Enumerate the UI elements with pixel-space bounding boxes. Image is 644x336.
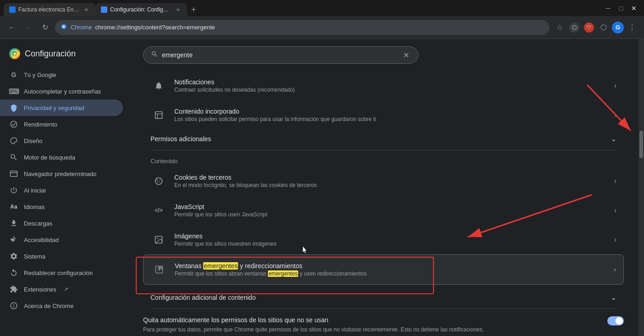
contenido-incorporado-desc: Los sitios pueden solicitar permiso para… (174, 116, 607, 122)
svg-point-10 (155, 178, 162, 185)
sidebar-label-idiomas: Idiomas (24, 204, 45, 210)
permisos-auto-text: Quita automáticamente los permisos de lo… (143, 316, 600, 334)
autocompletar-icon: ⌨ (9, 87, 18, 96)
config-adicional-collapse[interactable]: Configuración adicional de contenido ⌄ (143, 288, 624, 307)
permisos-adicionales-chevron: ⌄ (611, 135, 616, 143)
extension-icon (9, 285, 18, 294)
bookmark-button[interactable]: ☆ (553, 21, 566, 34)
sidebar-item-accesibilidad[interactable]: Accesibilidad (0, 231, 123, 248)
imagenes-item[interactable]: Imágenes Permitir que los sitios muestre… (143, 225, 624, 254)
ventanas-title-highlight: emergentes (203, 262, 238, 270)
cookies-item[interactable]: Cookies de terceros En el modo Incógnito… (143, 166, 624, 196)
search-icon (9, 153, 18, 162)
sidebar-item-motor[interactable]: Motor de búsqueda (0, 149, 123, 165)
sidebar-label-autocompletar: Autocompletar y contraseñas (24, 88, 101, 95)
sidebar-item-rendimiento[interactable]: Rendimiento (0, 116, 123, 132)
sidebar-item-extensiones[interactable]: Extensiones ↗ (0, 281, 123, 297)
address-text: Chrome chrome://settings/content?search=… (71, 24, 544, 31)
cookies-arrow: › (614, 177, 616, 185)
new-tab-button[interactable]: + (187, 3, 200, 16)
tab-1-close[interactable]: ✕ (83, 6, 90, 13)
svg-point-14 (160, 182, 161, 182)
accesibilidad-icon (9, 235, 18, 244)
chrome-brand-label: Chrome (71, 24, 92, 31)
tab-1[interactable]: Factura electronica Enternet - F ✕ (4, 3, 95, 16)
sidebar-item-navegador[interactable]: Navegador predeterminado (0, 165, 123, 182)
sidebar-label-rendimiento: Rendimiento (24, 121, 57, 128)
svg-point-13 (157, 181, 159, 182)
sidebar-label-navegador: Navegador predeterminado (24, 171, 96, 177)
javascript-text: JavaScript Permitir que los sitios usen … (174, 203, 607, 218)
close-button[interactable]: ✕ (631, 6, 637, 11)
notificaciones-item[interactable]: Notificaciones Contraer solicitudes no d… (143, 71, 624, 100)
ventanas-emergentes-arrow: › (614, 265, 616, 274)
search-input[interactable] (162, 51, 398, 59)
scrollbar-thumb[interactable] (639, 131, 643, 158)
sidebar-item-restablecer[interactable]: Restablecer configuración (0, 264, 123, 281)
address-field[interactable]: Chrome chrome://settings/content?search=… (55, 20, 550, 35)
permisos-adicionales-collapse[interactable]: Permisos adicionales ⌄ (143, 130, 624, 148)
sidebar-header: Configuración (0, 43, 128, 66)
sidebar-item-diseno[interactable]: Diseño (0, 132, 123, 149)
contenido-header: Contenido (143, 152, 624, 166)
javascript-title: JavaScript (174, 203, 607, 210)
imagenes-desc: Permitir que los sitios muestren imágene… (174, 241, 607, 247)
sidebar-item-autocompletar[interactable]: ⌨ Autocompletar y contraseñas (0, 83, 123, 99)
main-layout: Configuración G Tú y Google ⌨ Autocomple… (0, 39, 644, 336)
extension-icon-1[interactable]: ⬡ (568, 21, 581, 34)
sidebar-item-al-iniciar[interactable]: Al iniciar (0, 182, 123, 198)
search-icon (151, 50, 158, 60)
minimize-button[interactable]: ─ (605, 6, 611, 11)
window-controls: ─ □ ✕ (605, 6, 640, 11)
tab-bar: Factura electronica Enternet - F ✕ Confi… (4, 0, 605, 16)
scrollbar[interactable] (638, 39, 644, 336)
permisos-auto-title: Quita automáticamente los permisos de lo… (143, 316, 600, 324)
tab-2[interactable]: Configuración: Configuración d ✕ (95, 3, 187, 16)
ventanas-desc-before: Permitir que los sitios abran ventanas (175, 270, 268, 277)
svg-point-6 (13, 237, 15, 238)
sidebar-label-extensiones: Extensiones (24, 286, 56, 293)
search-clear-button[interactable]: ✕ (401, 50, 411, 60)
extensions-puzzle[interactable]: ⬡ (597, 21, 610, 34)
ventanas-title-after: y redireccionamientos (238, 262, 302, 270)
notificaciones-text: Notificaciones Contraer solicitudes no d… (174, 78, 607, 93)
sidebar-item-sistema[interactable]: Sistema (0, 248, 123, 264)
google-icon: G (9, 70, 18, 79)
cookies-title: Cookies de terceros (174, 174, 607, 181)
sidebar: Configuración G Tú y Google ⌨ Autocomple… (0, 39, 128, 336)
javascript-item[interactable]: </> JavaScript Permitir que los sitios u… (143, 196, 624, 225)
forward-button[interactable]: → (22, 21, 35, 34)
diseno-icon (9, 136, 18, 145)
maximize-button[interactable]: □ (618, 6, 624, 11)
settings-content: Notificaciones Contraer solicitudes no d… (128, 71, 638, 336)
javascript-icon: </> (150, 202, 167, 219)
ventanas-title-before: Ventanas (175, 262, 203, 270)
sidebar-label-descargas: Descargas (24, 220, 52, 227)
chrome-menu-button[interactable]: ⋮ (626, 21, 638, 34)
profile-button[interactable]: G (612, 22, 624, 33)
sidebar-item-descargas[interactable]: Descargas (0, 215, 123, 231)
tab-1-favicon (9, 6, 16, 13)
contenido-incorporado-item[interactable]: Contenido incorporado Los sitios pueden … (143, 100, 624, 130)
svg-rect-4 (11, 171, 17, 176)
extension-icon-2[interactable]: 🛡 (583, 21, 595, 34)
ext-icon-1: ⬡ (569, 22, 579, 33)
permisos-auto-toggle[interactable] (607, 316, 624, 325)
tab-2-close[interactable]: ✕ (174, 6, 182, 13)
contenido-incorporado-arrow: › (614, 111, 616, 119)
notificaciones-icon (150, 77, 167, 94)
sidebar-item-acerca[interactable]: Acerca de Chrome (0, 297, 123, 314)
divider-1 (150, 150, 616, 150)
ventanas-emergentes-item[interactable]: Ventanas emergentes y redireccionamiento… (143, 254, 624, 285)
permisos-adicionales-label: Permisos adicionales (150, 135, 211, 143)
config-adicional-label: Configuración adicional de contenido (150, 294, 256, 301)
refresh-button[interactable]: ↻ (39, 21, 51, 34)
sidebar-item-privacidad[interactable]: Privacidad y seguridad (0, 99, 123, 116)
sidebar-label-motor: Motor de búsqueda (24, 154, 75, 161)
sidebar-item-idiomas[interactable]: Aa Idiomas (0, 198, 123, 215)
cookies-desc: En el modo Incógnito, se bloquean las co… (174, 182, 607, 188)
settings-logo (9, 48, 20, 59)
sidebar-item-tu-y-google[interactable]: G Tú y Google (0, 66, 123, 83)
back-button[interactable]: ← (6, 21, 18, 34)
tab-1-title: Factura electronica Enternet - F (18, 6, 80, 13)
